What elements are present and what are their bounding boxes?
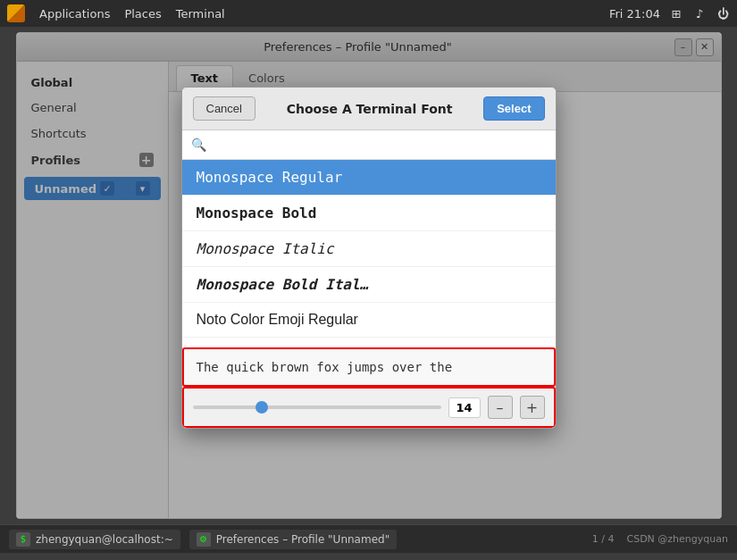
font-item-noto-emoji[interactable]: Noto Color Emoji Regular xyxy=(182,303,556,338)
app-logo xyxy=(7,4,25,22)
font-dialog-overlay: Cancel Choose A Terminal Font Select 🔍 M… xyxy=(17,33,721,518)
search-row: 🔍 xyxy=(182,130,556,160)
terminal-user-label: zhengyquan@localhost:~ xyxy=(36,533,173,546)
bottom-terminal-window[interactable]: $ zhengyquan@localhost:~ xyxy=(9,530,180,549)
size-controls: 14 – + xyxy=(182,387,556,428)
dialog-cancel-button[interactable]: Cancel xyxy=(193,96,255,121)
terminal-icon: $ xyxy=(16,532,30,547)
taskbar-terminal[interactable]: Terminal xyxy=(176,7,225,21)
font-item-monospace-italic[interactable]: Monospace Italic xyxy=(182,231,556,267)
font-item-monospace-bold[interactable]: Monospace Bold xyxy=(182,196,556,231)
main-window: Preferences – Profile "Unnamed" – ✕ Glob… xyxy=(16,32,722,519)
font-size-slider[interactable] xyxy=(193,405,441,409)
font-item-monospace-regular[interactable]: Monospace Regular xyxy=(182,160,556,196)
font-list: Monospace Regular Monospace Bold Monospa… xyxy=(182,160,556,347)
dialog-header: Cancel Choose A Terminal Font Select xyxy=(182,88,556,130)
preferences-icon: ⚙ xyxy=(197,532,211,547)
network-icon: ⊞ xyxy=(669,6,683,21)
font-item-monospace-bold-italic[interactable]: Monospace Bold Ital… xyxy=(182,267,556,303)
taskbar-places[interactable]: Places xyxy=(124,7,161,21)
bottom-preferences-window[interactable]: ⚙ Preferences – Profile "Unnamed" xyxy=(189,530,397,549)
font-size-plus-button[interactable]: + xyxy=(520,396,545,419)
dialog-select-button[interactable]: Select xyxy=(483,96,544,121)
watermark: CSDN @zhengyquan xyxy=(626,533,728,545)
bottom-bar: $ zhengyquan@localhost:~ ⚙ Preferences –… xyxy=(0,524,737,553)
font-size-minus-button[interactable]: – xyxy=(488,396,513,419)
power-icon[interactable]: ⏻ xyxy=(716,6,730,21)
taskbar: Applications Places Terminal Fri 21:04 ⊞… xyxy=(0,0,737,27)
taskbar-apps[interactable]: Applications xyxy=(39,7,110,21)
font-search-input[interactable] xyxy=(212,138,547,152)
bottom-preferences-label: Preferences – Profile "Unnamed" xyxy=(216,533,389,546)
bottom-right: 1 / 4 CSDN @zhengyquan xyxy=(592,533,728,545)
volume-icon: ♪ xyxy=(692,6,707,21)
font-size-value: 14 xyxy=(448,397,481,418)
taskbar-time: Fri 21:04 xyxy=(609,7,660,21)
search-icon: 🔍 xyxy=(191,138,206,152)
taskbar-right: Fri 21:04 ⊞ ♪ ⏻ xyxy=(609,6,730,21)
font-dialog: Cancel Choose A Terminal Font Select 🔍 M… xyxy=(181,87,557,429)
page-info: 1 / 4 xyxy=(592,533,615,545)
taskbar-left: Applications Places Terminal xyxy=(7,4,225,22)
dialog-title: Choose A Terminal Font xyxy=(263,102,476,116)
font-preview: The quick brown fox jumps over the xyxy=(182,347,556,387)
